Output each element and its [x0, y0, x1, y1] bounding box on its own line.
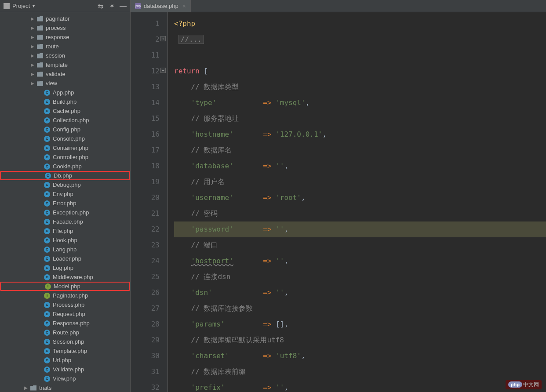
- folder-template[interactable]: ▶template: [0, 60, 130, 69]
- file-label: Response.php: [53, 320, 90, 327]
- file-file[interactable]: CFile.php: [0, 226, 130, 236]
- tab-label: database.php: [144, 3, 178, 9]
- file-controller[interactable]: CController.php: [0, 152, 130, 162]
- chevron-right-icon[interactable]: ▶: [31, 35, 35, 40]
- folder-validate[interactable]: ▶validate: [0, 69, 130, 79]
- file-console[interactable]: CConsole.php: [0, 134, 130, 143]
- folded-comment[interactable]: //...: [178, 35, 204, 44]
- file-request[interactable]: CRequest.php: [0, 309, 130, 319]
- folder-label: traits: [39, 385, 51, 391]
- file-response[interactable]: CResponse.php: [0, 319, 130, 328]
- tab-database[interactable]: php database.php ×: [131, 0, 191, 12]
- file-build[interactable]: CBuild.php: [0, 97, 130, 106]
- minimize-icon[interactable]: —: [120, 3, 127, 10]
- file-error[interactable]: CError.php: [0, 199, 130, 208]
- settings-icon[interactable]: ✶: [108, 3, 115, 10]
- folder-response[interactable]: ▶response: [0, 33, 130, 42]
- file-container[interactable]: CContainer.php: [0, 143, 130, 152]
- class-icon: C: [44, 117, 50, 123]
- file-cookie[interactable]: CCookie.php: [0, 162, 130, 171]
- chevron-right-icon[interactable]: ▶: [31, 16, 35, 21]
- dropdown-arrow-icon[interactable]: ▾: [33, 4, 35, 8]
- project-icon: [4, 3, 10, 9]
- class-icon: C: [44, 210, 50, 216]
- file-validate[interactable]: CValidate.php: [0, 365, 130, 374]
- project-tree[interactable]: ▶paginator▶process▶response▶route▶sessio…: [0, 12, 130, 392]
- line-number: 20: [131, 190, 160, 206]
- file-label: Console.php: [53, 135, 85, 142]
- file-template[interactable]: CTemplate.php: [0, 346, 130, 356]
- file-facade[interactable]: CFacade.php: [0, 217, 130, 226]
- file-process[interactable]: CProcess.php: [0, 300, 130, 309]
- file-collection[interactable]: CCollection.php: [0, 116, 130, 125]
- class-icon: C: [44, 219, 50, 225]
- comment: // 数据库类型: [191, 83, 239, 91]
- chevron-right-icon[interactable]: ▶: [31, 44, 35, 49]
- file-label: Cache.php: [53, 108, 80, 114]
- file-config[interactable]: CConfig.php: [0, 125, 130, 134]
- class-icon: C: [44, 108, 50, 114]
- collapse-icon[interactable]: ⇆: [97, 3, 104, 10]
- folder-label: process: [46, 25, 66, 31]
- chevron-right-icon[interactable]: ▶: [31, 25, 35, 30]
- code-content[interactable]: <?php //... return [ // 数据库类型 'type' => …: [168, 12, 546, 392]
- file-label: Env.php: [53, 191, 73, 197]
- fold-collapse-icon[interactable]: −: [160, 68, 166, 73]
- file-view[interactable]: CView.php: [0, 374, 130, 383]
- file-session[interactable]: CSession.php: [0, 337, 130, 346]
- file-log[interactable]: CLog.php: [0, 263, 130, 272]
- line-number: 13: [131, 79, 160, 95]
- comment: // 数据库名: [191, 146, 232, 154]
- line-number: 18: [131, 158, 160, 174]
- sidebar-title[interactable]: Project: [12, 3, 30, 9]
- line-number: 22: [131, 221, 160, 237]
- folder-paginator[interactable]: ▶paginator: [0, 14, 130, 23]
- file-cache[interactable]: CCache.php: [0, 106, 130, 116]
- comment: // 密码: [191, 209, 218, 218]
- file-lang[interactable]: CLang.php: [0, 245, 130, 254]
- file-paginator[interactable]: IPaginator.php: [0, 291, 130, 300]
- folder-view[interactable]: ▶view: [0, 79, 130, 88]
- file-label: App.php: [53, 89, 74, 96]
- project-sidebar: Project ▾ ⇆ ✶ — ▶paginator▶process▶respo…: [0, 0, 131, 392]
- file-hook[interactable]: CHook.php: [0, 236, 130, 245]
- folder-label: template: [46, 62, 68, 68]
- file-app[interactable]: CApp.php: [0, 88, 130, 97]
- file-loader[interactable]: CLoader.php: [0, 254, 130, 263]
- folder-session[interactable]: ▶session: [0, 51, 130, 60]
- class-icon: C: [44, 247, 50, 253]
- line-number: 16: [131, 127, 160, 142]
- code-editor[interactable]: 12+1112−13141516171819202122232425262728…: [131, 12, 546, 392]
- class-icon: C: [44, 367, 50, 373]
- file-label: Template.php: [53, 348, 87, 354]
- folder-process[interactable]: ▶process: [0, 23, 130, 33]
- watermark: php中文网: [506, 380, 542, 389]
- file-env[interactable]: CEnv.php: [0, 189, 130, 199]
- folder-traits[interactable]: ▶traits: [0, 383, 130, 392]
- php-file-icon: php: [135, 3, 141, 9]
- class-icon: C: [44, 311, 50, 317]
- file-label: Config.php: [53, 126, 80, 133]
- chevron-right-icon[interactable]: ▶: [24, 385, 29, 390]
- file-debug[interactable]: CDebug.php: [0, 180, 130, 189]
- line-number: 2+: [131, 32, 160, 47]
- file-middleware[interactable]: CMiddleware.php: [0, 272, 130, 282]
- comment: // 服务器地址: [191, 114, 239, 123]
- chevron-right-icon[interactable]: ▶: [31, 62, 35, 67]
- chevron-right-icon[interactable]: ▶: [31, 53, 35, 58]
- file-route[interactable]: CRoute.php: [0, 328, 130, 337]
- line-number: 31: [131, 364, 160, 380]
- folder-route[interactable]: ▶route: [0, 42, 130, 51]
- file-label: Session.php: [53, 338, 84, 345]
- file-model[interactable]: IModel.php: [0, 282, 130, 291]
- file-url[interactable]: CUrl.php: [0, 356, 130, 365]
- class-icon: C: [44, 376, 50, 382]
- file-exception[interactable]: CException.php: [0, 208, 130, 217]
- class-icon: C: [44, 348, 50, 354]
- chevron-right-icon[interactable]: ▶: [31, 81, 35, 86]
- file-db[interactable]: CDb.php: [0, 171, 130, 180]
- tab-close-icon[interactable]: ×: [183, 3, 186, 9]
- fold-expand-icon[interactable]: +: [160, 36, 166, 41]
- chevron-right-icon[interactable]: ▶: [31, 72, 35, 76]
- comment: // 数据库编码默认采用utf8: [191, 336, 284, 344]
